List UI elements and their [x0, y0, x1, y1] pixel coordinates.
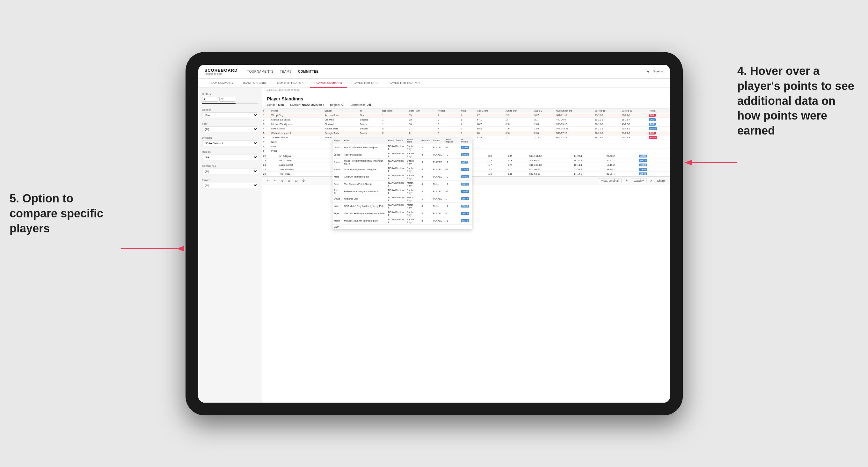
sidebar-no-rds: No Rds.: [202, 93, 258, 104]
tooltip-cell: Stroke Play: [405, 173, 420, 180]
toolbar-view[interactable]: View: Original: [598, 178, 621, 183]
points-badge[interactable]: 39.95: [639, 168, 647, 171]
tooltip-cell: Match Play: [405, 203, 420, 210]
sign-out-link[interactable]: Sign out: [653, 70, 663, 73]
tab-team-h2h-heatmap[interactable]: TEAM H2H HEATMAP: [271, 79, 310, 88]
toolbar-undo[interactable]: ↩: [266, 179, 271, 183]
tab-team-h2h-grid[interactable]: TEAM H2H GRID: [238, 79, 270, 88]
tooltip-cell: 3: [420, 217, 431, 224]
th-avg-sg: Avg SG: [533, 109, 555, 113]
table-cell: 1: [459, 117, 476, 122]
toolbar-dash[interactable]: ⊟: [294, 179, 299, 183]
toolbar-share[interactable]: Share: [656, 179, 666, 183]
tooltip-cell: +1: [444, 158, 459, 166]
table-cell: 3.1: [533, 117, 555, 122]
tooltip-cell: 73.83: [459, 166, 472, 173]
table-cell[interactable]: [647, 144, 670, 149]
table-row: 3Michael ThorbjornsenStanfordFourth11801…: [262, 122, 670, 126]
points-badge[interactable]: 70.2: [649, 123, 656, 126]
sidebar-conference-select[interactable]: (All): [202, 168, 258, 174]
logo-title: SCOREBOARD: [205, 68, 238, 73]
points-badge[interactable]: 40.27: [639, 159, 647, 162]
tooltip-cell: 37.51: [459, 173, 472, 180]
tooltip-cell: 66.40: [459, 217, 472, 224]
tab-player-h2h-grid[interactable]: PLAYER H2H GRID: [347, 79, 383, 88]
tooltip-cell: Stroke Play: [405, 210, 420, 217]
player-standings-title: Player Standings: [267, 96, 665, 101]
toolbar-paste[interactable]: ⊞: [287, 179, 292, 183]
table-cell[interactable]: 38.49: [638, 172, 670, 176]
table-cell: 26-27-2: [605, 158, 638, 162]
table-cell: [476, 144, 504, 149]
tooltip-popup: Player Event Event Division Event Type R…: [332, 137, 472, 229]
points-badge[interactable]: 68.2: [649, 114, 656, 117]
th-avg-par: Avg to-Par: [504, 109, 533, 113]
tooltip-cell: NCAA Division I: [386, 188, 405, 195]
tab-player-summary[interactable]: PLAYER SUMMARY: [310, 79, 347, 88]
table-cell[interactable]: 40.58: [638, 154, 670, 158]
tooltip-cell: David: [333, 195, 343, 203]
toolbar-redo[interactable]: ↪: [273, 179, 278, 183]
table-cell: 33-26-4: [605, 172, 638, 176]
sidebar-year-select[interactable]: (All): [202, 127, 258, 132]
sidebar-region-select[interactable]: N/A: [202, 155, 258, 160]
sidebar-region-label: Region: [202, 151, 258, 153]
table-row: 1Wenyi DingArizona StateFirst1151167.1-3…: [262, 113, 670, 117]
tooltip-row: Zach: [333, 224, 472, 229]
tooltip-cell: NULL: [431, 180, 444, 188]
tab-team-summary[interactable]: TEAM SUMMARY: [205, 79, 238, 88]
table-cell: Mats: [270, 144, 323, 149]
points-badge[interactable]: 40.02: [639, 163, 647, 166]
table-cell[interactable]: 60.9: [647, 131, 670, 135]
sidebar-division-select[interactable]: NCAA Division I: [202, 141, 258, 146]
table-cell[interactable]: 40.02: [638, 162, 670, 167]
toolbar-copy[interactable]: ⊕: [280, 179, 285, 183]
table-cell: 5: [262, 131, 270, 135]
toolbar-clock[interactable]: ⏱: [301, 179, 306, 183]
tooltip-cell: PLAYED: [431, 210, 444, 217]
sidebar-no-rds-to[interactable]: [219, 97, 235, 102]
nav-committee[interactable]: COMMITTEE: [298, 68, 319, 74]
table-cell[interactable]: 68.18: [647, 135, 670, 139]
tooltip-cell: The Cypress Point Classic: [342, 180, 386, 188]
table-cell[interactable]: 68.2: [647, 113, 670, 117]
points-badge[interactable]: 38.49: [639, 173, 647, 175]
table-cell[interactable]: [647, 139, 670, 144]
points-badge[interactable]: 60.9: [649, 132, 656, 134]
sidebar-no-rds-from[interactable]: [202, 97, 218, 102]
table-cell: 1: [381, 117, 408, 122]
table-cell[interactable]: 70.2: [647, 122, 670, 126]
tooltip-cell: Stroke Play: [405, 188, 420, 195]
toolbar-expand[interactable]: ⤢: [649, 179, 654, 183]
table-cell: 1: [436, 113, 459, 117]
toolbar-watch[interactable]: Watch ▾: [631, 178, 647, 183]
table-cell[interactable]: [647, 149, 670, 153]
points-badge[interactable]: 40.58: [639, 155, 647, 157]
table-cell[interactable]: 40.27: [638, 158, 670, 162]
table-cell[interactable]: 38.34: [647, 126, 670, 131]
nav-tournaments[interactable]: TOURNAMENTS: [247, 68, 274, 74]
tab-player-h2h-heatmap[interactable]: PLAYER H2H HEATMAP: [383, 79, 426, 88]
sidebar-gender-select[interactable]: Men: [202, 113, 258, 118]
points-badge[interactable]: 68.18: [649, 136, 657, 139]
table-cell: 14-26-1: [572, 154, 605, 158]
table-cell[interactable]: 76.3: [647, 117, 670, 122]
table-cell: 24: [262, 162, 278, 167]
slider-track-bg: [202, 103, 258, 104]
tooltip-points-badge: 37.51: [461, 175, 469, 178]
tooltip-cell: 3: [420, 144, 431, 151]
sidebar-player-select[interactable]: (All): [202, 183, 258, 188]
points-badge[interactable]: 38.34: [649, 127, 657, 130]
table-cell: Michael La Sasso: [270, 117, 323, 122]
table-cell: 4: [262, 126, 270, 131]
tooltip-cell: Mirabel Maui Jim Intercollegiate: [342, 217, 386, 224]
table-cell[interactable]: 39.95: [638, 167, 670, 172]
tooltip-cell: NCAA Division I: [386, 180, 405, 188]
nav-teams[interactable]: TEAMS: [280, 68, 292, 74]
toolbar-eye[interactable]: 👁: [623, 179, 629, 183]
conference-filter: Conference: All: [351, 103, 371, 106]
points-badge[interactable]: 76.3: [649, 118, 656, 121]
table-cell: 28-12-7: [593, 135, 621, 139]
tooltip-cell: Williams Cup: [342, 195, 386, 203]
tooltip-cell: SEC Stroke Play hosted by Jerry Pate: [342, 210, 386, 217]
